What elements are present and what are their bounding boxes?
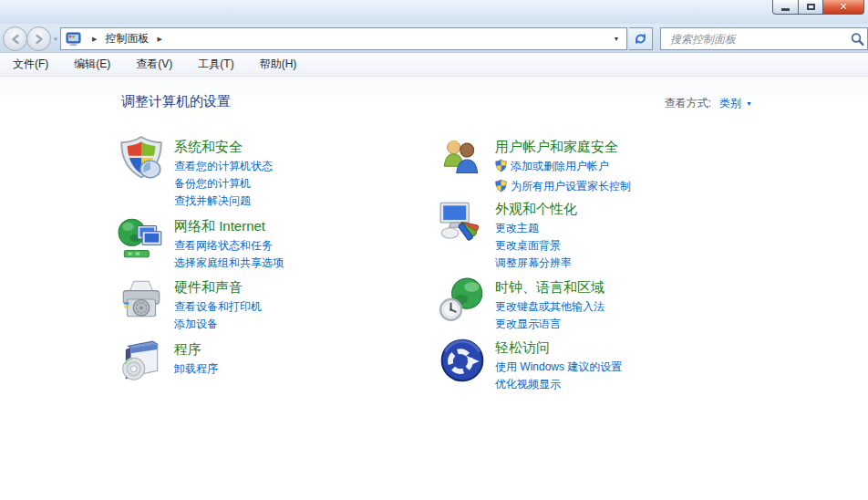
minimize-icon bbox=[781, 8, 790, 11]
breadcrumb-arrow-icon: ▶ bbox=[157, 36, 161, 43]
history-dropdown[interactable]: ▼ bbox=[53, 36, 58, 42]
maximize-icon bbox=[807, 4, 815, 10]
address-dropdown-button[interactable]: ▼ bbox=[606, 28, 626, 49]
menu-file[interactable]: 文件(F) bbox=[4, 53, 57, 76]
user-accounts-icon[interactable] bbox=[438, 135, 487, 184]
forward-arrow-icon bbox=[34, 34, 45, 45]
category-title-user-accounts[interactable]: 用户帐户和家庭安全 bbox=[495, 135, 618, 156]
link-adjust-screen-resolution[interactable]: 调整屏幕分辨率 bbox=[495, 255, 739, 272]
refresh-button[interactable] bbox=[629, 27, 653, 50]
category-title-appearance[interactable]: 外观和个性化 bbox=[495, 197, 577, 218]
view-by-category-link[interactable]: 类别 ▼ bbox=[719, 96, 752, 111]
category-network-internet: 网络和 Internet 查看网络状态和任务 选择家庭组和共享选项 bbox=[117, 214, 418, 272]
window-controls: ✕ bbox=[772, 0, 864, 15]
minimize-button[interactable] bbox=[772, 0, 799, 15]
refresh-icon bbox=[634, 32, 647, 46]
link-view-network-status[interactable]: 查看网络状态和任务 bbox=[174, 237, 418, 255]
category-title-clock-language[interactable]: 时钟、语言和区域 bbox=[495, 276, 604, 297]
category-hardware-sound: 硬件和声音 查看设备和打印机 添加设备 bbox=[117, 276, 418, 333]
menu-bar: 文件(F) 编辑(E) 查看(V) 工具(T) 帮助(H) bbox=[0, 53, 868, 77]
close-icon: ✕ bbox=[839, 1, 847, 13]
link-label: 为所有用户设置家长控制 bbox=[511, 180, 631, 193]
magnifier-icon[interactable] bbox=[850, 32, 865, 47]
back-arrow-icon bbox=[10, 34, 21, 45]
category-title-programs[interactable]: 程序 bbox=[174, 338, 202, 359]
category-title-ease-of-access[interactable]: 轻松访问 bbox=[495, 336, 550, 357]
link-backup-computer[interactable]: 备份您的计算机 bbox=[174, 175, 418, 193]
link-label: 添加或删除用户帐户 bbox=[511, 160, 609, 172]
link-change-keyboard-input[interactable]: 更改键盘或其他输入法 bbox=[495, 298, 739, 316]
category-title-system-security[interactable]: 系统和安全 bbox=[174, 135, 243, 156]
link-add-device[interactable]: 添加设备 bbox=[174, 316, 418, 333]
search-box bbox=[660, 27, 868, 50]
menu-edit[interactable]: 编辑(E) bbox=[65, 53, 119, 76]
link-parental-controls[interactable]: 为所有用户设置家长控制 bbox=[495, 178, 739, 198]
hardware-sound-icon[interactable] bbox=[117, 276, 166, 325]
navigation-bar: ▼ ▶ 控制面板 ▶ ▼ bbox=[0, 24, 868, 53]
uac-shield-icon bbox=[495, 179, 507, 198]
link-optimize-visual-display[interactable]: 优化视频显示 bbox=[495, 376, 739, 393]
breadcrumb-control-panel[interactable]: 控制面板 bbox=[103, 29, 150, 48]
programs-icon[interactable] bbox=[117, 338, 166, 387]
link-add-remove-accounts[interactable]: 添加或删除用户帐户 bbox=[495, 158, 739, 178]
close-button[interactable]: ✕ bbox=[823, 0, 864, 15]
forward-button[interactable] bbox=[26, 26, 51, 51]
menu-tools[interactable]: 工具(T) bbox=[189, 53, 243, 76]
link-find-fix-problems[interactable]: 查找并解决问题 bbox=[174, 193, 418, 210]
breadcrumb-arrow-icon: ▶ bbox=[92, 36, 97, 43]
view-by-label: 查看方式: bbox=[665, 96, 711, 111]
address-bar[interactable]: ▶ 控制面板 ▶ ▼ bbox=[60, 27, 627, 50]
system-security-icon[interactable] bbox=[117, 135, 166, 184]
category-title-hardware-sound[interactable]: 硬件和声音 bbox=[174, 276, 243, 297]
view-by-value: 类别 bbox=[719, 96, 741, 111]
category-clock-language: 时钟、语言和区域 更改键盘或其他输入法 更改显示语言 bbox=[438, 276, 739, 333]
chevron-down-icon: ▼ bbox=[746, 100, 752, 107]
link-devices-printers[interactable]: 查看设备和打印机 bbox=[174, 298, 418, 316]
link-suggested-settings[interactable]: 使用 Windows 建议的设置 bbox=[495, 359, 739, 376]
menu-view[interactable]: 查看(V) bbox=[127, 53, 181, 76]
page-title: 调整计算机的设置 bbox=[121, 93, 231, 110]
link-change-desktop-background[interactable]: 更改桌面背景 bbox=[495, 237, 739, 255]
category-title-network-internet[interactable]: 网络和 Internet bbox=[174, 214, 265, 235]
menu-help[interactable]: 帮助(H) bbox=[251, 53, 306, 76]
maximize-button[interactable] bbox=[799, 0, 823, 15]
link-homegroup-sharing[interactable]: 选择家庭组和共享选项 bbox=[174, 255, 418, 272]
category-user-accounts: 用户帐户和家庭安全 添加或删除用户帐户 bbox=[438, 135, 739, 198]
control-panel-icon bbox=[66, 32, 82, 47]
view-by-control: 查看方式: 类别 ▼ bbox=[665, 96, 752, 111]
clock-language-region-icon[interactable] bbox=[438, 276, 487, 325]
network-internet-icon[interactable] bbox=[117, 214, 166, 264]
appearance-personalization-icon[interactable] bbox=[438, 197, 487, 246]
category-programs: 程序 卸载程序 bbox=[117, 338, 418, 378]
ease-of-access-icon[interactable] bbox=[438, 336, 487, 385]
category-ease-of-access: 轻松访问 使用 Windows 建议的设置 优化视频显示 bbox=[438, 336, 739, 393]
link-change-theme[interactable]: 更改主题 bbox=[495, 220, 739, 237]
category-system-security: 系统和安全 查看您的计算机状态 备份您的计算机 查找并解决问题 bbox=[117, 135, 418, 210]
link-change-display-language[interactable]: 更改显示语言 bbox=[495, 316, 739, 333]
back-button[interactable] bbox=[3, 26, 27, 51]
link-uninstall-program[interactable]: 卸载程序 bbox=[174, 360, 418, 378]
title-bar bbox=[0, 0, 868, 24]
control-panel-window: ✕ ▼ ▶ bbox=[0, 0, 868, 500]
uac-shield-icon bbox=[495, 159, 507, 178]
link-view-computer-status[interactable]: 查看您的计算机状态 bbox=[174, 158, 418, 175]
category-appearance: 外观和个性化 更改主题 更改桌面背景 调整屏幕分辨率 bbox=[438, 197, 739, 272]
search-input[interactable] bbox=[668, 29, 850, 48]
